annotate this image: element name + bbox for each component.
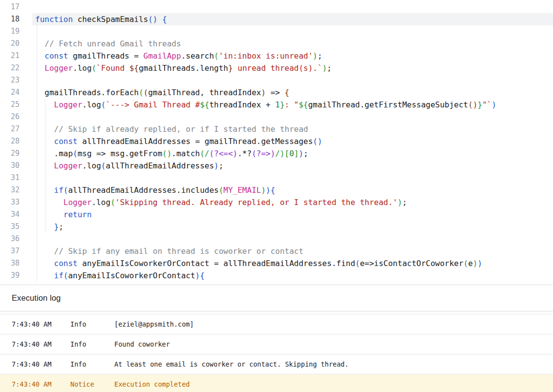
code-line-content[interactable]: gmailThreads.forEach((gmailThread, threa… [32, 86, 553, 99]
code-line-content[interactable]: .map(msg => msg.getFrom().match(/(?<=<).… [32, 147, 553, 160]
code-line-content[interactable]: return [32, 208, 553, 221]
line-number[interactable]: 31 [0, 172, 32, 184]
line-number[interactable]: 37 [0, 245, 32, 257]
code-line[interactable]: 29 .map(msg => msg.getFrom().match(/(?<=… [0, 147, 553, 160]
code-line[interactable]: 22 Logger.log(`Found ${gmailThreads.leng… [0, 62, 553, 74]
code-line-content[interactable] [32, 74, 553, 86]
code-line-content[interactable]: // Skip if any email on thread is cowork… [32, 245, 553, 257]
code-token [35, 124, 54, 134]
code-line[interactable]: 38 const anyEmailIsCoworkerOrContact = a… [0, 257, 553, 269]
line-number[interactable]: 21 [0, 50, 32, 62]
log-timestamp: 7:43:40 AM [12, 320, 70, 328]
line-number[interactable]: 25 [0, 99, 32, 111]
code-line[interactable]: 21 const gmailThreads = GmailApp.search(… [0, 50, 553, 62]
code-token: ) [261, 186, 266, 195]
code-line-content[interactable]: Logger.log(allThreadEmailAddresses); [32, 160, 553, 172]
code-editor[interactable]: 1718function checkSpamEmails() {1920 // … [0, 0, 553, 285]
line-number[interactable]: 18 [0, 13, 32, 25]
code-token: ( [139, 88, 144, 97]
code-line[interactable]: 36 [0, 233, 553, 245]
code-token: ) [266, 186, 271, 195]
code-line[interactable]: 33 Logger.log('Skipping thread. Already … [0, 196, 553, 208]
code-line[interactable]: 25 Logger.log(`---> Gmail Thread #${thre… [0, 99, 553, 111]
code-line-content[interactable]: Logger.log('Skipping thread. Already rep… [32, 196, 553, 208]
code-line[interactable]: 30 Logger.log(allThreadEmailAddresses); [0, 160, 553, 172]
code-token: `Found [96, 63, 129, 73]
line-number[interactable]: 24 [0, 86, 32, 99]
code-line[interactable]: 24 gmailThreads.forEach((gmailThread, th… [0, 86, 553, 99]
code-token: gmailThread, threadIndex [148, 88, 261, 97]
line-number[interactable]: 22 [0, 62, 32, 74]
line-number[interactable]: 32 [0, 184, 32, 196]
code-token: ; [219, 161, 224, 170]
code-token [35, 51, 44, 61]
line-number[interactable]: 36 [0, 233, 32, 245]
code-line[interactable]: 23 [0, 74, 553, 86]
code-line-content[interactable]: // Skip if already replied, or if I star… [32, 123, 553, 135]
code-line-content[interactable]: const allThreadEmailAddresses = gmailThr… [32, 135, 553, 147]
code-token [35, 259, 54, 268]
code-line-content[interactable] [32, 111, 553, 123]
code-token: => [266, 88, 285, 97]
code-line[interactable]: 32 if(allThreadEmailAddresses.includes(M… [0, 184, 553, 196]
code-token: .search [181, 51, 214, 61]
code-line-content[interactable]: if(anyEmailIsCoworkerOrContact){ [32, 269, 553, 282]
line-number[interactable]: 38 [0, 257, 32, 269]
line-number[interactable]: 27 [0, 123, 32, 135]
line-number[interactable]: 33 [0, 196, 32, 208]
line-number[interactable]: 35 [0, 221, 32, 233]
code-token: ) [322, 63, 327, 73]
code-line[interactable]: 37 // Skip if any email on thread is cow… [0, 245, 553, 257]
code-line-content[interactable]: function checkSpamEmails() { [32, 13, 553, 25]
code-token: ) [280, 149, 285, 158]
log-timestamp: 7:43:40 AM [12, 340, 70, 348]
code-line-content[interactable] [32, 172, 553, 184]
line-number[interactable]: 19 [0, 25, 32, 38]
code-line[interactable]: 17 [0, 1, 553, 13]
code-line[interactable]: 20 // Fetch unread Gmail threads [0, 38, 553, 50]
execution-log-title: Execution log [12, 293, 61, 303]
line-number[interactable]: 30 [0, 160, 32, 172]
code-line[interactable]: 19 [0, 25, 553, 38]
code-line-content[interactable]: const gmailThreads = GmailApp.search('in… [32, 50, 553, 62]
code-token: ; [318, 51, 322, 61]
code-token: ] [294, 149, 299, 158]
code-line[interactable]: 28 const allThreadEmailAddresses = gmail… [0, 135, 553, 147]
code-token: (?=>) [252, 149, 275, 158]
code-line[interactable]: 39 if(anyEmailIsCoworkerOrContact){ [0, 269, 553, 282]
code-line-content[interactable] [32, 1, 553, 13]
line-number[interactable]: 23 [0, 74, 32, 86]
code-line-content[interactable]: Logger.log(`Found ${gmailThreads.length}… [32, 62, 553, 74]
code-line-content[interactable] [32, 25, 553, 38]
code-token: ( [110, 198, 115, 207]
line-number[interactable]: 20 [0, 38, 32, 50]
code-token: { [271, 186, 276, 195]
line-number[interactable]: 29 [0, 147, 32, 160]
code-token: ( [219, 186, 224, 195]
line-number[interactable]: 28 [0, 135, 32, 147]
code-token: gmailThreads = [68, 51, 143, 61]
code-token: Logger [64, 198, 92, 207]
code-line-content[interactable]: const anyEmailIsCoworkerOrContact = allT… [32, 257, 553, 269]
code-token: ) [478, 259, 483, 268]
code-token [35, 198, 64, 207]
line-number[interactable]: 17 [0, 1, 32, 13]
code-token [35, 186, 54, 195]
code-line-content[interactable]: if(allThreadEmailAddresses.includes(MY_E… [32, 184, 553, 196]
code-line-content[interactable] [32, 233, 553, 245]
code-line[interactable]: 27 // Skip if already replied, or if I s… [0, 123, 553, 135]
code-line[interactable]: 34 return [0, 208, 553, 221]
code-line-content[interactable]: }; [32, 221, 553, 233]
line-number[interactable]: 26 [0, 111, 32, 123]
code-line[interactable]: 18function checkSpamEmails() { [0, 13, 553, 25]
log-message: Found coworker [114, 340, 553, 348]
log-row: 7:43:40 AMNoticeExecution completed [0, 374, 553, 392]
code-line[interactable]: 26 [0, 111, 553, 123]
code-line[interactable]: 31 [0, 172, 553, 184]
log-level: Info [70, 340, 114, 348]
code-line-content[interactable]: // Fetch unread Gmail threads [32, 38, 553, 50]
line-number[interactable]: 39 [0, 269, 32, 282]
line-number[interactable]: 34 [0, 208, 32, 221]
code-line[interactable]: 35 }; [0, 221, 553, 233]
code-line-content[interactable]: Logger.log(`---> Gmail Thread #${threadI… [32, 99, 553, 111]
